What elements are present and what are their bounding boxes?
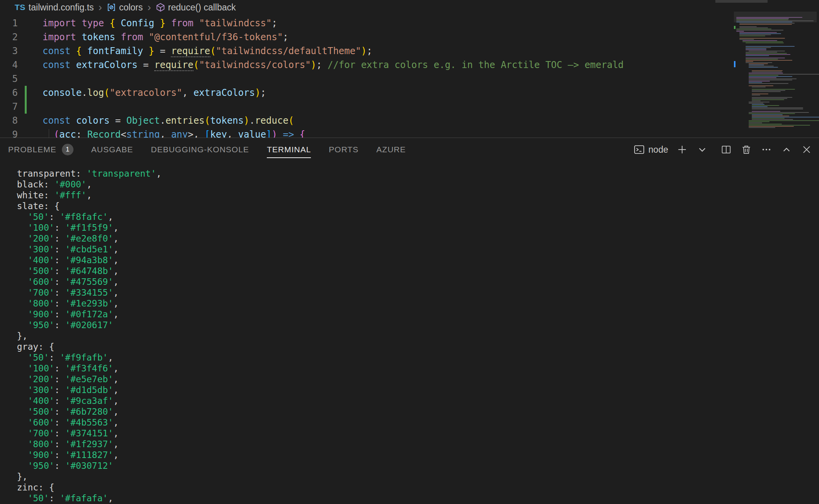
bottom-panel: PROBLEME1AUSGABEDEBUGGING-KONSOLETERMINA… (0, 138, 819, 504)
terminal-output[interactable]: transparent: 'transparent', black: '#000… (0, 161, 819, 504)
tab-probleme[interactable]: PROBLEME1 (8, 138, 82, 161)
terminal-line: '500': '#6b7280', (6, 406, 819, 417)
terminal-line: '950': '#030712' (6, 460, 819, 471)
terminal-process-label: node (648, 145, 668, 155)
terminal-line: zinc: { (6, 482, 819, 493)
close-panel-button[interactable] (800, 143, 813, 156)
code-text: import tokens from "@contentful/f36-toke… (18, 30, 288, 44)
line-number: 1 (0, 16, 18, 30)
terminal-process-item[interactable]: node (634, 144, 668, 155)
breadcrumb-label: colors (119, 2, 143, 13)
code-line-9[interactable]: 9 (acc: Record<string, any>, [key, value… (0, 128, 819, 138)
maximize-panel-button[interactable] (780, 143, 793, 156)
terminal-toolbar: node (634, 143, 813, 156)
code-text (18, 72, 43, 86)
code-line-7[interactable]: 7 (0, 100, 819, 114)
code-line-6[interactable]: 6console.log("extracolors", extraColors)… (0, 86, 819, 100)
tab-label: AZURE (376, 145, 406, 154)
line-number: 5 (0, 72, 18, 86)
line-number: 7 (0, 100, 18, 114)
gutter-change-indicator (25, 86, 27, 100)
breadcrumb-item-reduce-callback[interactable]: reduce() callback (156, 2, 236, 13)
terminal-line: }, (6, 471, 819, 482)
line-number: 2 (0, 30, 18, 44)
minimap-code (734, 17, 817, 128)
panel-header: PROBLEME1AUSGABEDEBUGGING-KONSOLETERMINA… (0, 138, 819, 161)
breadcrumb-item-colors[interactable]: colors (107, 2, 143, 13)
terminal-line: '50': '#f9fafb', (6, 352, 819, 363)
split-editor-icon (721, 145, 731, 155)
tab-terminal[interactable]: TERMINAL (258, 138, 320, 161)
tab-label: DEBUGGING-KONSOLE (151, 145, 249, 154)
line-number: 4 (0, 58, 18, 72)
terminal-line: '200': '#e2e8f0', (6, 233, 819, 244)
terminal-line: black: '#000', (6, 179, 819, 190)
line-number: 9 (0, 128, 18, 138)
code-text (18, 100, 43, 114)
terminal-line: '900': '#111827', (6, 450, 819, 460)
problems-count-badge: 1 (62, 144, 73, 155)
code-text: import type { Config } from "tailwindcss… (18, 16, 277, 30)
chevron-up-icon (781, 145, 792, 155)
more-actions-button[interactable] (760, 143, 773, 156)
terminal-line: '400': '#94a3b8', (6, 255, 819, 266)
terminal-line: '950': '#020617' (6, 320, 819, 330)
code-line-1[interactable]: 1import type { Config } from "tailwindcs… (0, 16, 819, 30)
symbol-array-icon (107, 3, 116, 12)
code-line-2[interactable]: 2import tokens from "@contentful/f36-tok… (0, 30, 819, 44)
code-line-5[interactable]: 5 (0, 72, 819, 86)
tab-ausgabe[interactable]: AUSGABE (82, 138, 142, 161)
terminal-line: transparent: 'transparent', (6, 168, 819, 179)
breadcrumb-label: reduce() callback (168, 2, 236, 13)
terminal-line: '300': '#d1d5db', (6, 385, 819, 395)
terminal-line: '200': '#e5e7eb', (6, 374, 819, 385)
terminal-line: '900': '#0f172a', (6, 309, 819, 320)
plus-icon (677, 145, 687, 155)
code-line-8[interactable]: 8const colors = Object.entries(tokens).r… (0, 114, 819, 128)
chevron-right-icon: › (144, 2, 154, 13)
line-number: 6 (0, 86, 18, 100)
code-line-4[interactable]: 4const extraColors = require("tailwindcs… (0, 58, 819, 72)
terminal-line: '600': '#475569', (6, 276, 819, 287)
terminal-line: '400': '#9ca3af', (6, 395, 819, 406)
close-icon (802, 145, 812, 155)
tab-label: TERMINAL (267, 145, 311, 154)
terminal-line: '600': '#4b5563', (6, 417, 819, 428)
new-terminal-button[interactable] (676, 143, 688, 156)
minimap-added-mark (734, 26, 735, 29)
terminal-line: '300': '#cbd5e1', (6, 244, 819, 255)
terminal-icon (634, 144, 645, 155)
tab-azure[interactable]: AZURE (367, 138, 415, 161)
tab-ports[interactable]: PORTS (320, 138, 367, 161)
line-number: 3 (0, 44, 18, 58)
panel-tabs: PROBLEME1AUSGABEDEBUGGING-KONSOLETERMINA… (8, 138, 415, 161)
symbol-object-icon (156, 3, 165, 12)
terminal-line: '700': '#374151', (6, 428, 819, 439)
terminal-line: '100': '#f1f5f9', (6, 222, 819, 233)
terminal-line: gray: { (6, 341, 819, 352)
tab-label: AUSGABE (91, 145, 133, 154)
code-editor[interactable]: 1import type { Config } from "tailwindcs… (0, 15, 819, 138)
code-text: const colors = Object.entries(tokens).re… (18, 114, 294, 128)
tab-debugging-konsole[interactable]: DEBUGGING-KONSOLE (142, 138, 258, 161)
editor-scrollbar[interactable] (715, 0, 768, 3)
terminal-profile-dropdown[interactable] (696, 143, 708, 156)
code-text: const extraColors = require("tailwindcss… (18, 58, 624, 72)
split-terminal-button[interactable] (720, 143, 732, 156)
minimap[interactable] (734, 12, 817, 136)
terminal-line: '500': '#64748b', (6, 266, 819, 276)
terminal-line: '100': '#f3f4f6', (6, 363, 819, 374)
terminal-line: '50': '#f8fafc', (6, 211, 819, 222)
code-line-3[interactable]: 3const { fontFamily } = require("tailwin… (0, 44, 819, 58)
code-area: 1import type { Config } from "tailwindcs… (0, 15, 819, 138)
code-text: console.log("extracolors", extraColors); (18, 86, 266, 100)
chevron-down-icon (697, 145, 707, 155)
code-text: const { fontFamily } = require("tailwind… (18, 44, 372, 58)
terminal-line: }, (6, 330, 819, 341)
breadcrumb: TStailwind.config.ts›colors›reduce() cal… (0, 0, 819, 15)
kill-terminal-button[interactable] (740, 143, 752, 156)
ts-file-icon: TS (15, 3, 26, 12)
breadcrumb-item-tailwind-config-ts[interactable]: TStailwind.config.ts (15, 2, 94, 13)
terminal-line: slate: { (6, 201, 819, 211)
terminal-line: '800': '#1f2937', (6, 439, 819, 450)
